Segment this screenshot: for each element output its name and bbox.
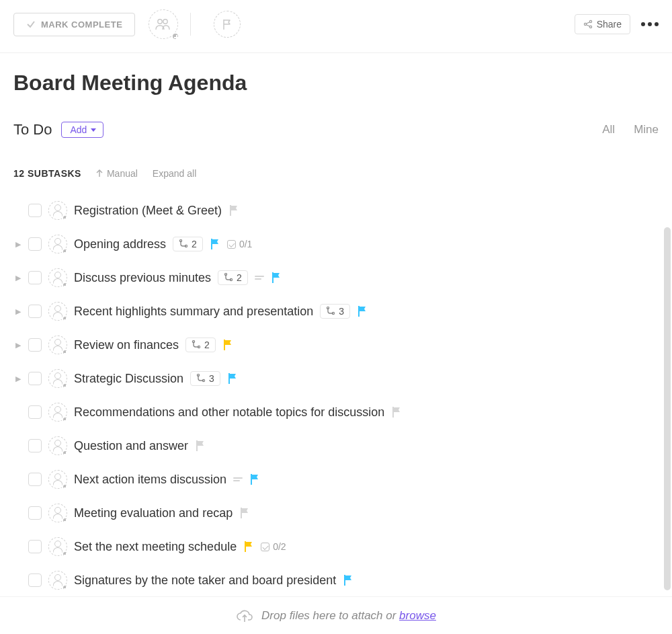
checklist-indicator[interactable]: 0/1: [227, 239, 252, 249]
assignee-button[interactable]: [48, 403, 67, 422]
svg-point-4: [589, 26, 591, 28]
task-row[interactable]: Recommendations and other notable topics…: [7, 395, 665, 429]
task-checkbox[interactable]: [28, 439, 42, 452]
expand-caret-icon[interactable]: ▶: [15, 307, 22, 316]
add-badge-icon: [62, 517, 69, 524]
task-checkbox[interactable]: [28, 573, 42, 587]
task-checkbox[interactable]: [28, 237, 42, 251]
mark-complete-button[interactable]: Mark Complete: [13, 13, 135, 36]
add-badge-icon: [62, 483, 69, 490]
assignee-button[interactable]: [48, 504, 67, 522]
task-row[interactable]: ▶Strategic Discussion3: [7, 362, 665, 395]
priority-flag-icon[interactable]: [357, 305, 368, 317]
task-checkbox[interactable]: [28, 540, 42, 553]
priority-flag-icon[interactable]: [195, 440, 206, 452]
add-badge-icon: [62, 383, 69, 389]
assignee-button[interactable]: [48, 436, 67, 455]
task-title[interactable]: Registration (Meet & Greet): [74, 204, 222, 218]
task-title[interactable]: Next action items discussion: [74, 473, 226, 487]
priority-flag-icon[interactable]: [249, 473, 260, 485]
subtask-count-badge[interactable]: 3: [190, 371, 220, 386]
expand-caret-icon[interactable]: ▶: [15, 341, 22, 350]
assignee-button[interactable]: [48, 537, 67, 556]
assignee-button[interactable]: [48, 235, 67, 253]
assignee-button[interactable]: [48, 571, 67, 590]
task-checkbox[interactable]: [28, 372, 42, 385]
add-badge-icon: [62, 282, 69, 288]
checklist-indicator[interactable]: 0/2: [261, 541, 286, 552]
task-title[interactable]: Strategic Discussion: [74, 372, 183, 386]
page-title[interactable]: Board Meeting Agenda: [13, 71, 659, 95]
priority-flag-icon[interactable]: [228, 204, 239, 216]
task-row[interactable]: ▶Review on finances2: [7, 328, 665, 362]
priority-flag-icon[interactable]: [243, 541, 254, 553]
svg-point-3: [589, 20, 591, 22]
scope-all-tab[interactable]: All: [602, 123, 615, 136]
assignee-button[interactable]: [48, 302, 67, 321]
subtask-count-badge[interactable]: 2: [218, 270, 248, 285]
task-title[interactable]: Recent highlights summary and presentati…: [74, 305, 313, 319]
task-row[interactable]: Signatures by the note taker and board p…: [7, 563, 665, 597]
task-row[interactable]: ▶Discuss previous minutes2: [7, 261, 665, 294]
task-title[interactable]: Signatures by the note taker and board p…: [74, 573, 336, 588]
sort-button[interactable]: Manual: [96, 168, 138, 179]
assign-people-button[interactable]: [149, 9, 178, 39]
check-icon: [26, 19, 36, 29]
section-name[interactable]: To Do: [13, 121, 52, 138]
dropzone-text: Drop files here to attach or browse: [261, 609, 436, 623]
subtask-count-badge[interactable]: 2: [173, 237, 203, 251]
priority-flag-icon[interactable]: [343, 574, 353, 586]
attachment-dropzone[interactable]: Drop files here to attach or browse: [0, 596, 672, 634]
task-title[interactable]: Recommendations and other notable topics…: [74, 405, 384, 420]
task-checkbox[interactable]: [28, 305, 42, 318]
share-button[interactable]: Share: [575, 14, 630, 34]
task-checkbox[interactable]: [28, 506, 42, 520]
subtask-count-badge[interactable]: 3: [320, 304, 350, 319]
priority-flag-icon[interactable]: [271, 272, 282, 284]
expand-caret-icon[interactable]: ▶: [15, 274, 22, 282]
task-title[interactable]: Discuss previous minutes: [74, 271, 211, 285]
add-task-button[interactable]: Add: [61, 122, 103, 138]
assignee-button[interactable]: [48, 369, 67, 388]
priority-flag-icon[interactable]: [210, 238, 220, 250]
scrollbar[interactable]: [664, 227, 671, 590]
task-checkbox[interactable]: [28, 473, 42, 486]
subtask-count-badge[interactable]: 2: [185, 338, 216, 352]
task-row[interactable]: ▶Opening address20/1: [7, 227, 665, 261]
browse-link[interactable]: browse: [399, 609, 436, 622]
svg-line-6: [586, 25, 589, 27]
task-title[interactable]: Set the next meeting schedule: [74, 540, 237, 554]
priority-flag-icon[interactable]: [227, 372, 238, 385]
people-icon: [155, 17, 172, 31]
task-row[interactable]: Meeting evaluation and recap: [7, 496, 665, 530]
priority-flag-icon[interactable]: [391, 406, 402, 418]
add-badge-icon: [62, 551, 69, 557]
task-row[interactable]: Next action items discussion: [7, 463, 665, 496]
assignee-button[interactable]: [48, 268, 67, 287]
set-flag-button[interactable]: [214, 11, 241, 38]
priority-flag-icon[interactable]: [222, 339, 233, 351]
task-title[interactable]: Question and answer: [74, 439, 188, 453]
priority-flag-icon[interactable]: [239, 507, 250, 519]
task-checkbox[interactable]: [28, 405, 42, 419]
task-title[interactable]: Review on finances: [74, 338, 179, 352]
expand-caret-icon[interactable]: ▶: [15, 240, 22, 249]
task-row[interactable]: Question and answer: [7, 429, 665, 463]
more-actions-button[interactable]: [641, 22, 659, 26]
assignee-button[interactable]: [48, 335, 67, 354]
expand-all-button[interactable]: Expand all: [153, 168, 196, 179]
task-checkbox[interactable]: [28, 338, 42, 352]
task-title[interactable]: Opening address: [74, 237, 166, 251]
scope-mine-tab[interactable]: Mine: [634, 123, 659, 136]
task-checkbox[interactable]: [28, 271, 42, 284]
task-checkbox[interactable]: [28, 204, 42, 217]
task-row[interactable]: Set the next meeting schedule0/2: [7, 530, 665, 563]
task-title[interactable]: Meeting evaluation and recap: [74, 506, 233, 520]
add-badge-icon: [62, 416, 69, 423]
assignee-button[interactable]: [48, 201, 67, 220]
task-row[interactable]: Registration (Meet & Greet): [7, 194, 665, 227]
expand-caret-icon[interactable]: ▶: [15, 374, 22, 383]
task-row[interactable]: ▶Recent highlights summary and presentat…: [7, 294, 665, 328]
assignee-button[interactable]: [48, 470, 67, 489]
add-badge-icon: [62, 450, 69, 457]
